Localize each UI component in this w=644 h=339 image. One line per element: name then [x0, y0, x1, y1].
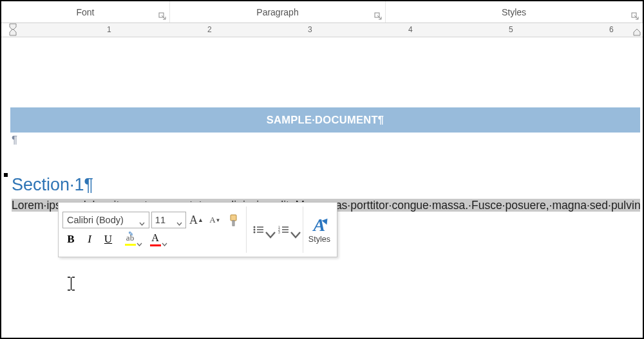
svg-point-8	[254, 226, 256, 228]
ribbon-group-labels: Font Paragraph Styles	[1, 1, 643, 23]
ruler-number: 5	[509, 25, 513, 34]
font-family-value: Calibri (Body)	[67, 215, 124, 225]
text-cursor-icon	[66, 277, 76, 291]
heading-section-1[interactable]: Section·1¶	[10, 175, 640, 195]
bold-button[interactable]: B	[62, 231, 79, 248]
ribbon-group-font: Font	[1, 1, 170, 23]
svg-marker-5	[634, 29, 640, 35]
grow-font-button[interactable]: A▲	[188, 212, 205, 228]
svg-point-10	[254, 232, 256, 234]
font-size-select[interactable]: 11	[151, 212, 186, 228]
ruler-number: 3	[308, 25, 312, 34]
page-content[interactable]: SAMPLE·DOCUMENT¶ ¶ Section·1¶ Lorem·ipsu…	[10, 46, 640, 338]
bullet-list-button[interactable]	[251, 221, 274, 238]
paragraph-dialog-launcher-icon[interactable]	[374, 12, 383, 21]
underline-button[interactable]: U	[100, 231, 117, 248]
chevron-down-icon	[139, 218, 145, 222]
numbered-list-button[interactable]: 123	[276, 221, 299, 238]
ribbon-group-paragraph: Paragraph	[170, 1, 386, 23]
font-color-button[interactable]: A	[144, 231, 167, 248]
styles-button[interactable]: A Styles	[303, 203, 337, 257]
chevron-down-icon	[176, 218, 182, 222]
svg-rect-6	[231, 215, 236, 221]
shrink-font-button[interactable]: A▼	[207, 212, 223, 228]
ribbon-group-label: Styles	[502, 7, 526, 17]
font-family-select[interactable]: Calibri (Body)	[62, 212, 149, 228]
italic-button[interactable]: I	[81, 231, 98, 248]
mini-toolbar: Calibri (Body) 11 A▲ A▼ B I U ab	[58, 202, 337, 257]
font-size-value: 11	[155, 215, 166, 225]
highlight-color-button[interactable]: ab ✎	[118, 231, 142, 248]
svg-text:3: 3	[278, 230, 280, 234]
chevron-down-icon	[290, 228, 296, 232]
ribbon-group-label: Paragraph	[256, 7, 298, 17]
svg-marker-4	[10, 29, 16, 35]
chevron-down-icon	[162, 237, 167, 241]
empty-paragraph[interactable]: ¶	[10, 133, 640, 147]
ruler-number: 6	[609, 25, 614, 34]
styles-label: Styles	[308, 235, 330, 244]
font-dialog-launcher-icon[interactable]	[158, 12, 167, 21]
format-painter-button[interactable]	[225, 212, 242, 228]
ruler-number: 2	[207, 25, 212, 34]
selection-margin-marker	[4, 173, 8, 177]
document-title-block[interactable]: SAMPLE·DOCUMENT¶	[10, 107, 640, 133]
styles-dialog-launcher-icon[interactable]	[631, 12, 639, 21]
right-indent-marker-icon[interactable]	[633, 23, 641, 36]
left-indent-marker-icon[interactable]	[9, 23, 17, 36]
svg-rect-7	[232, 221, 234, 226]
ruler-number: 1	[107, 25, 111, 34]
svg-point-9	[254, 229, 256, 231]
ribbon-group-label: Font	[76, 7, 94, 17]
ruler-number: 4	[408, 25, 413, 34]
styles-icon: A	[314, 216, 326, 234]
ribbon-group-styles: Styles	[386, 1, 643, 23]
chevron-down-icon	[137, 237, 142, 241]
chevron-down-icon	[265, 228, 270, 232]
horizontal-ruler[interactable]: 1 2 3 4 5 6	[1, 23, 643, 37]
